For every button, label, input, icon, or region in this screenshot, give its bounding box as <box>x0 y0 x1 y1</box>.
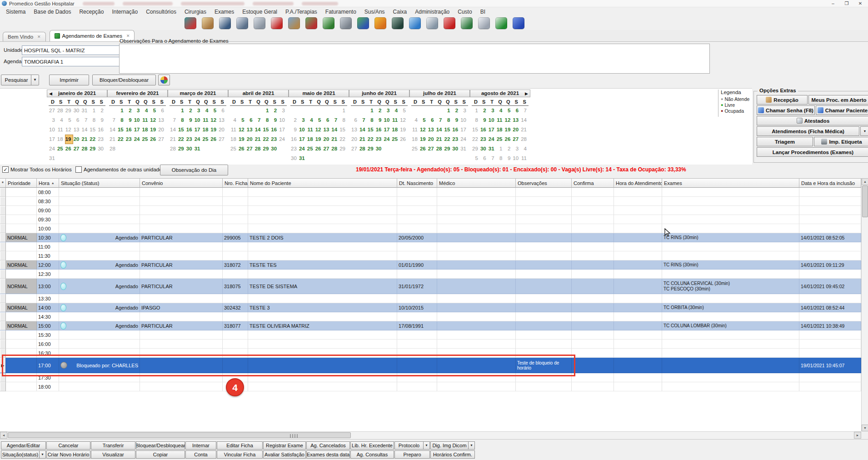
calendar-day[interactable]: 24 <box>279 135 287 144</box>
calendar-day[interactable]: 22 <box>262 135 270 144</box>
button-ag-cancelados[interactable]: Ag. Cancelados <box>306 441 350 450</box>
calendar-day[interactable]: 30 <box>290 154 299 163</box>
chamar-paciente-button[interactable]: Chamar Paciente <box>816 105 868 115</box>
pie-chart-button[interactable] <box>158 75 170 85</box>
calendar-day[interactable]: 27 <box>428 144 436 154</box>
calendar-day[interactable]: 14 <box>331 125 339 135</box>
tab-bem-vindo[interactable]: Bem Vindo✕ <box>3 32 46 41</box>
calendar-day[interactable]: 4 <box>202 106 210 115</box>
calendar-day[interactable]: 16 <box>125 125 134 135</box>
calendar-day[interactable]: 28 <box>331 144 339 154</box>
row-selector[interactable] <box>0 340 6 349</box>
calendar-day[interactable]: 28 <box>57 106 65 115</box>
calendar-day[interactable]: 21 <box>436 135 444 144</box>
calendar-day[interactable]: 27 <box>323 144 331 154</box>
patient-search-icon[interactable] <box>185 17 196 29</box>
col-header-situacao[interactable]: Situação (Status) <box>59 179 140 188</box>
calendar-day[interactable]: 18 <box>230 135 238 144</box>
calendar-day[interactable]: 30 <box>73 106 81 115</box>
revenue-up-icon[interactable] <box>305 17 317 29</box>
chat-bubble-icon[interactable] <box>409 17 421 29</box>
calendar-day[interactable]: 3 <box>49 115 57 125</box>
calendar-day[interactable]: 4 <box>57 115 65 125</box>
calendar-day[interactable]: 8 <box>89 115 97 125</box>
calendar-day[interactable]: 29 <box>262 144 270 154</box>
calendar-day[interactable]: 14 <box>170 125 178 135</box>
mostrar-todos-checkbox[interactable]: ✓ <box>2 166 9 173</box>
calendar-day[interactable]: 29 <box>444 144 452 154</box>
atendimentos-button[interactable]: Atendimentos (Ficha Médica) <box>757 126 859 136</box>
calendar-day[interactable]: 2 <box>270 106 279 115</box>
button-agendar-editar[interactable]: Agendar/Editar <box>1 441 46 450</box>
calendar-day[interactable]: 18 <box>141 125 150 135</box>
calendar-day[interactable]: 8 <box>496 154 504 163</box>
calendar-day[interactable]: 24 <box>488 135 496 144</box>
prescription-icon[interactable] <box>236 17 248 29</box>
calendar-day[interactable]: 23 <box>125 135 134 144</box>
menu-faturamento[interactable]: Faturamento <box>321 7 360 16</box>
calendar-day[interactable]: 5 <box>419 115 428 125</box>
calendar-day[interactable]: 10 <box>488 115 496 125</box>
calendar-day[interactable]: 26 <box>238 144 246 154</box>
calendar-day[interactable]: 23 <box>290 144 299 154</box>
calendar-day[interactable]: 7 <box>359 115 367 125</box>
calendar-day[interactable]: 25 <box>307 144 315 154</box>
calendar-day[interactable]: 30 <box>375 144 384 154</box>
calendar-day[interactable]: 9 <box>125 115 134 125</box>
next-month-icon[interactable]: ▶ <box>525 90 528 97</box>
calendar-day[interactable]: 25 <box>391 135 399 144</box>
button-copiar[interactable]: Copiar <box>136 450 185 459</box>
menu-estoque-geral[interactable]: Estoque Geral <box>238 7 281 16</box>
schedule-row-1130[interactable]: 11:30 <box>0 251 861 260</box>
calendar-day[interactable]: 5 <box>238 115 246 125</box>
calendar-day[interactable]: 25 <box>202 135 210 144</box>
calendar-day[interactable]: 30 <box>480 144 488 154</box>
calendar-day[interactable]: 3 <box>512 144 520 154</box>
calendar-day[interactable]: 10 <box>383 115 391 125</box>
calendar-day[interactable]: 24 <box>383 135 391 144</box>
menu-custo[interactable]: Custo <box>454 7 476 16</box>
calendar-day[interactable]: 11 <box>307 125 315 135</box>
calendar-day[interactable]: 11 <box>411 125 419 135</box>
calendar-day[interactable]: 13 <box>246 125 254 135</box>
calendar-day[interactable]: 7 <box>170 115 178 125</box>
hospital-bed-icon[interactable] <box>254 17 265 29</box>
recepcao-button[interactable]: Recepção <box>757 95 808 105</box>
calendar-day[interactable]: 14 <box>81 125 89 135</box>
atendimentos-dropdown[interactable]: ▼ <box>860 126 868 136</box>
calendar-day[interactable]: 2 <box>186 106 194 115</box>
pesquisar-button[interactable]: Pesquisar ▼ <box>1 75 39 85</box>
row-selector[interactable] <box>0 330 6 340</box>
schedule-row-1400[interactable]: NORMAL14:00AgendadoIPASGO302432TESTE 310… <box>0 303 861 312</box>
schedule-row-0930[interactable]: 09:30 <box>0 215 861 224</box>
calendar-day[interactable]: 20 <box>428 135 436 144</box>
button-visualizar[interactable]: Visualizar <box>91 450 135 459</box>
calendar-day[interactable]: 12 <box>399 115 408 125</box>
calendar-day[interactable]: 22 <box>444 135 452 144</box>
finance-chart-icon[interactable] <box>357 17 369 29</box>
calendar-day[interactable]: 29 <box>89 144 97 154</box>
calendar-day[interactable]: 13 <box>158 115 166 125</box>
calendar-day[interactable]: 1 <box>262 106 270 115</box>
calendar-day[interactable]: 21 <box>81 135 89 144</box>
row-selector[interactable] <box>0 294 6 303</box>
calendar-day[interactable]: 23 <box>270 135 279 144</box>
calendar-day[interactable]: 17 <box>134 125 142 135</box>
button-exames-desta-data[interactable]: Exames desta data <box>306 450 350 459</box>
schedule-row-1500[interactable]: NORMAL15:00AgendadoPARTICULAR318077TESTE… <box>0 321 861 330</box>
row-selector[interactable] <box>0 224 6 233</box>
menu-administracao[interactable]: Administração <box>411 7 454 16</box>
calendar-day[interactable]: 15 <box>178 125 186 135</box>
button-vincular-ficha[interactable]: Vincular Ficha <box>217 450 263 459</box>
col-header-ficha[interactable]: Nro. Ficha <box>223 179 248 188</box>
calendar-day-selected[interactable]: 19 <box>65 135 73 144</box>
calendar-day[interactable]: 12 <box>238 125 246 135</box>
calendar-day[interactable]: 18 <box>202 125 210 135</box>
col-header-inclusao[interactable]: Data e Hora da inclusão <box>799 179 861 188</box>
calendar-day[interactable]: 28 <box>520 135 529 144</box>
menu-sistema[interactable]: Sistema <box>2 7 30 16</box>
calendar-day[interactable]: 13 <box>218 115 226 125</box>
calendar-day[interactable]: 13 <box>323 125 331 135</box>
calendar-day[interactable]: 30 <box>452 144 460 154</box>
calendar-day[interactable]: 4 <box>307 115 315 125</box>
